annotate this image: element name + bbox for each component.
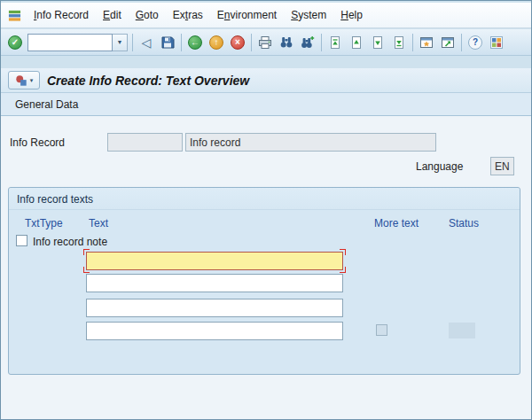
info-record-number-field: [107, 133, 183, 152]
toolbar-separator: [132, 34, 133, 51]
command-input[interactable]: [27, 34, 113, 51]
toolbar-separator: [461, 34, 462, 51]
print-icon: [258, 35, 272, 50]
save-icon: [160, 35, 175, 50]
enter-button[interactable]: ✓: [4, 32, 26, 52]
column-header-status: Status: [449, 217, 479, 229]
enter-check-icon: ✓: [8, 35, 22, 50]
create-shortcut-icon: [441, 35, 455, 50]
previous-page-icon: [349, 35, 364, 50]
find-next-button[interactable]: [297, 32, 318, 52]
toolbar-separator: [412, 34, 413, 51]
last-page-button[interactable]: [388, 32, 410, 52]
title-bar: ▾ Create Info Record: Text Overview: [1, 68, 531, 93]
page-title: Create Info Record: Text Overview: [47, 74, 249, 88]
help-icon: ?: [468, 35, 482, 50]
menu-system[interactable]: System: [284, 5, 333, 25]
toolbar-separator: [321, 34, 322, 51]
exit-arrow-icon: ↑: [209, 35, 223, 50]
previous-page-button[interactable]: [346, 32, 367, 52]
continue-arrow-icon: ←: [188, 35, 202, 50]
toolbar-separator: [251, 34, 252, 51]
info-record-note-label: Info record note: [33, 236, 107, 248]
cancel-x-icon: ×: [231, 35, 245, 50]
services-for-object-button[interactable]: ▾: [8, 71, 40, 89]
text-row-input-1[interactable]: [86, 252, 343, 270]
text-row-input-2[interactable]: [86, 274, 343, 292]
column-header-txttype: TxtType: [25, 217, 63, 229]
column-header-text: Text: [89, 217, 108, 229]
menu-info-record[interactable]: Info Record: [27, 5, 96, 25]
help-button[interactable]: ?: [465, 32, 486, 52]
general-data-button[interactable]: General Data: [6, 95, 87, 114]
save-button[interactable]: [157, 32, 178, 52]
toolbar-separator: [181, 34, 182, 51]
menu-help[interactable]: Help: [333, 5, 370, 25]
text-row-input-4[interactable]: [86, 322, 343, 340]
more-text-checkbox[interactable]: [376, 324, 387, 336]
last-page-icon: [392, 35, 406, 50]
menu-extras[interactable]: Extras: [166, 5, 210, 25]
find-icon: [279, 35, 293, 50]
back-arrow-icon: ◁: [142, 36, 152, 49]
command-dropdown-button[interactable]: ▼: [113, 34, 128, 51]
sap-app-icon: [5, 8, 23, 22]
cancel-button[interactable]: ×: [227, 32, 248, 52]
find-button[interactable]: [276, 32, 297, 52]
exit-button[interactable]: ↑: [206, 32, 227, 52]
group-title: Info record texts: [9, 188, 520, 210]
info-record-note-checkbox[interactable]: [16, 235, 27, 246]
main-screen: Info Record Language Info record texts T…: [1, 116, 531, 419]
continue-button[interactable]: ←: [184, 32, 206, 52]
customize-layout-icon: [489, 35, 504, 50]
chevron-down-icon: ▾: [30, 77, 34, 84]
command-field-combo: ▼: [27, 34, 128, 51]
info-record-label: Info Record: [10, 136, 65, 149]
chevron-down-icon: ▼: [117, 39, 123, 45]
info-record-texts-group: Info record texts TxtType Text More text…: [8, 187, 520, 375]
new-session-icon: [419, 35, 434, 50]
standard-toolbar: ✓ ▼ ◁ ← ↑ ×: [1, 29, 531, 56]
next-page-button[interactable]: [367, 32, 388, 52]
status-field: [449, 323, 475, 338]
services-for-object-icon: [15, 74, 27, 87]
first-page-button[interactable]: [325, 32, 346, 52]
menu-goto[interactable]: Goto: [129, 5, 166, 25]
next-page-icon: [371, 35, 385, 50]
sap-app-icon-glyph: [8, 9, 21, 22]
info-record-description-field: [185, 133, 436, 152]
create-shortcut-button[interactable]: [437, 32, 458, 52]
language-label: Language: [416, 160, 463, 173]
print-button[interactable]: [254, 32, 276, 52]
column-header-more-text: More text: [374, 217, 419, 229]
back-button[interactable]: ◁: [136, 32, 157, 52]
language-field: [490, 157, 514, 175]
menu-edit[interactable]: Edit: [96, 5, 129, 25]
sap-window: Info Record Edit Goto Extras Environment…: [0, 0, 532, 420]
new-session-button[interactable]: [416, 32, 437, 52]
application-toolbar: General Data: [1, 93, 531, 116]
menu-environment[interactable]: Environment: [210, 5, 284, 25]
find-next-icon: [301, 35, 315, 50]
text-row-input-3[interactable]: [86, 299, 343, 317]
text-row-1: [86, 252, 343, 270]
customize-layout-button[interactable]: [486, 32, 507, 52]
first-page-icon: [328, 35, 342, 50]
menu-bar: Info Record Edit Goto Extras Environment…: [1, 3, 531, 28]
